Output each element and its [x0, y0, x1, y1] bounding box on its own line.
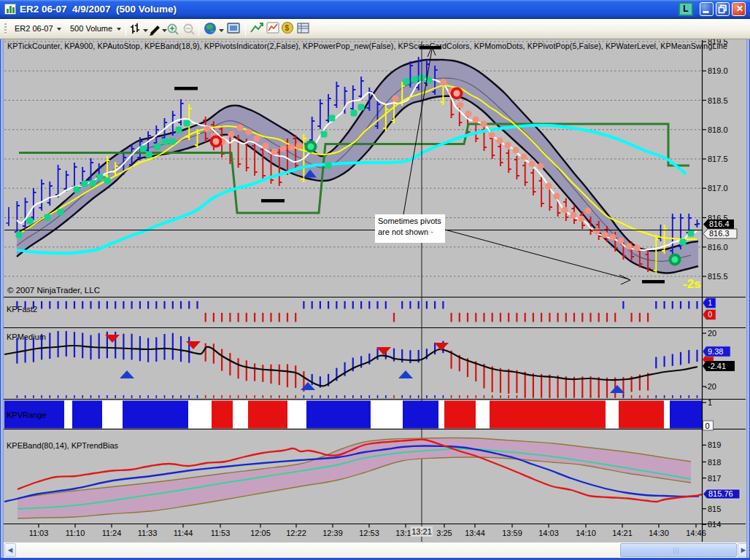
svg-text:816.3: 816.3 — [709, 229, 730, 238]
svg-text:KPVRange: KPVRange — [7, 411, 46, 419]
svg-text:815.5: 815.5 — [708, 272, 728, 281]
svg-text:12:05: 12:05 — [250, 529, 271, 537]
svg-text:14:03: 14:03 — [538, 529, 559, 537]
svg-text:11:24: 11:24 — [102, 529, 122, 537]
svg-text:12:53: 12:53 — [359, 529, 379, 537]
svg-text:-20: -20 — [705, 382, 716, 391]
svg-text:0: 0 — [705, 421, 710, 430]
svg-text:1: 1 — [708, 398, 712, 407]
svg-text:817.5: 817.5 — [708, 155, 728, 163]
svg-text:12:22: 12:22 — [286, 529, 306, 537]
svg-text:Sometimes pivots: Sometimes pivots — [378, 217, 441, 225]
svg-text:0: 0 — [708, 311, 713, 319]
svg-text:14:30: 14:30 — [649, 529, 669, 537]
svg-text:$: $ — [285, 24, 290, 32]
svg-text:13:44: 13:44 — [465, 529, 485, 537]
svg-text:12:39: 12:39 — [322, 529, 343, 537]
svg-text:13:21: 13:21 — [411, 527, 432, 536]
svg-text:818: 818 — [708, 458, 721, 467]
svg-text:816.0: 816.0 — [708, 243, 728, 252]
svg-text:14:46: 14:46 — [686, 529, 706, 537]
svg-text:11:44: 11:44 — [174, 529, 193, 537]
svg-text:11:33: 11:33 — [138, 529, 158, 537]
svg-text:817: 817 — [708, 474, 721, 483]
svg-text:11:10: 11:10 — [66, 529, 85, 537]
svg-text:814: 814 — [708, 520, 721, 529]
svg-text:-2.41: -2.41 — [708, 362, 726, 370]
svg-text:815: 815 — [708, 505, 721, 513]
svg-text:11:53: 11:53 — [211, 529, 231, 537]
svg-text:3:25: 3:25 — [436, 529, 452, 537]
svg-text:are not shown ·: are not shown · — [378, 228, 433, 236]
svg-text:819.0: 819.0 — [708, 66, 728, 75]
svg-text:20: 20 — [708, 329, 716, 338]
svg-text:818.0: 818.0 — [708, 125, 728, 134]
svg-text:11:03: 11:03 — [29, 529, 49, 537]
svg-text:13:59: 13:59 — [502, 529, 522, 537]
svg-text:818.5: 818.5 — [708, 96, 728, 105]
svg-text:KPMedium: KPMedium — [7, 332, 46, 341]
svg-text:KPEBand(80,14), KPTrendBias: KPEBand(80,14), KPTrendBias — [7, 441, 119, 450]
svg-text:9.38: 9.38 — [708, 347, 723, 356]
svg-text:14:21: 14:21 — [612, 529, 633, 537]
svg-text:815.76: 815.76 — [708, 489, 733, 498]
svg-text:© 2007 NinjaTrader, LLC: © 2007 NinjaTrader, LLC — [7, 286, 100, 295]
svg-text:819: 819 — [708, 440, 721, 449]
svg-text:1: 1 — [708, 299, 713, 307]
svg-text:817.0: 817.0 — [708, 184, 728, 192]
svg-text:KPTickCounter, KPA900, KPAut: KPTickCounter, KPA900, KPAutoStop, KPEBa… — [7, 42, 727, 50]
svg-text:816.4: 816.4 — [709, 219, 730, 228]
svg-text:-2s: -2s — [683, 277, 701, 291]
svg-text:14:10: 14:10 — [576, 529, 596, 537]
